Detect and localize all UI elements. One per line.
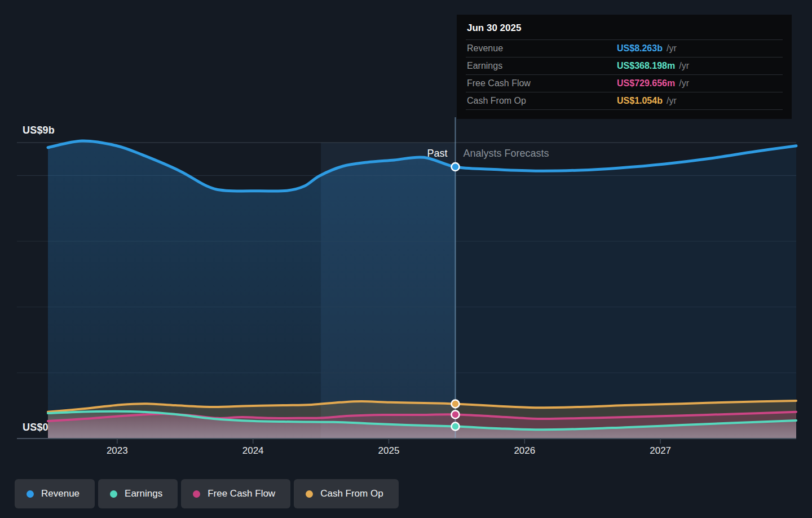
tooltip-row-unit: /yr <box>667 96 677 106</box>
tooltip-row-unit: /yr <box>667 43 677 54</box>
hover-tooltip: Jun 30 2025 Revenue US$8.263b /yr Earnin… <box>457 15 792 119</box>
tooltip-row-value: US$729.656m <box>617 78 675 88</box>
legend-item-label: Revenue <box>41 488 80 499</box>
y-axis-max-label: US$9b <box>23 125 55 136</box>
legend-item-cash-from-op[interactable]: Cash From Op <box>294 479 398 508</box>
legend-item-label: Cash From Op <box>320 488 383 499</box>
legend-item-revenue[interactable]: Revenue <box>15 479 95 508</box>
revenue-area-past <box>48 141 456 439</box>
tooltip-row-unit: /yr <box>679 78 689 88</box>
tooltip-row-free-cash-flow: Free Cash Flow US$729.656m /yr <box>466 74 783 92</box>
tooltip-date: Jun 30 2025 <box>457 15 792 39</box>
stock-earnings-revenue-chart-screen: US$9b US$0 2023 2024 2025 2026 2027 Past… <box>0 0 812 518</box>
analysts-forecasts-region-label: Analysts Forecasts <box>464 148 549 160</box>
chart-legend: Revenue Earnings Free Cash Flow Cash Fro… <box>15 479 399 508</box>
x-axis-tick-label: 2023 <box>107 445 128 457</box>
x-axis-tick-label: 2025 <box>378 445 400 457</box>
past-region-label: Past <box>427 148 447 160</box>
tooltip-row-revenue: Revenue US$8.263b /yr <box>466 39 783 57</box>
legend-item-label: Earnings <box>125 488 162 499</box>
x-axis-tick-label: 2027 <box>650 445 671 457</box>
legend-item-free-cash-flow[interactable]: Free Cash Flow <box>181 479 290 508</box>
tooltip-row-value: US$1.054b <box>617 96 663 106</box>
free-cash-flow-series-dot-icon <box>193 490 200 498</box>
legend-item-label: Free Cash Flow <box>208 488 275 499</box>
y-axis-zero-label: US$0 <box>23 422 48 433</box>
tooltip-row-earnings: Earnings US$368.198m /yr <box>466 57 783 74</box>
earnings-series-dot-icon <box>110 490 117 498</box>
tooltip-row-label: Cash From Op <box>467 96 617 106</box>
tooltip-row-value: US$8.263b <box>617 43 663 54</box>
tooltip-row-label: Revenue <box>467 43 617 54</box>
x-axis-ticks <box>117 439 660 444</box>
cash-from-op-series-dot-icon <box>306 490 313 498</box>
tooltip-row-label: Free Cash Flow <box>467 78 617 88</box>
tooltip-row-cash-from-op: Cash From Op US$1.054b /yr <box>466 92 783 109</box>
x-axis-tick-label: 2024 <box>242 445 264 457</box>
revenue-series-dot-icon <box>27 490 34 498</box>
tooltip-rows: Revenue US$8.263b /yr Earnings US$368.19… <box>466 39 783 110</box>
legend-item-earnings[interactable]: Earnings <box>98 479 178 508</box>
tooltip-row-value: US$368.198m <box>617 61 675 71</box>
revenue-area-forecast <box>456 146 796 439</box>
x-axis-tick-label: 2026 <box>514 445 535 457</box>
tooltip-row-label: Earnings <box>467 61 617 71</box>
tooltip-row-unit: /yr <box>679 61 689 71</box>
